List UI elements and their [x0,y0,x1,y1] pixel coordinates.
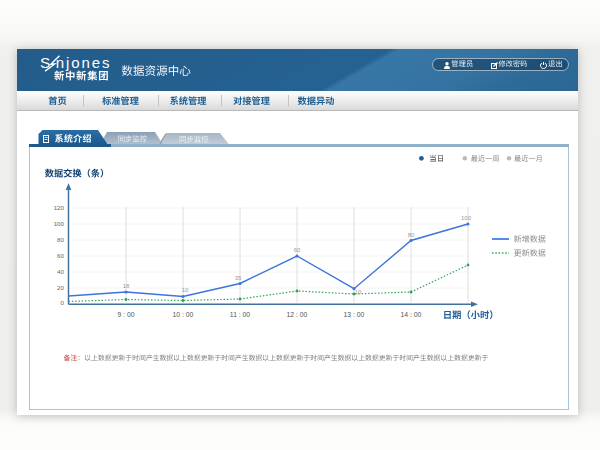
svg-text:18: 18 [123,283,130,289]
svg-text:10: 10 [355,289,362,295]
svg-text:14 : 00: 14 : 00 [401,311,422,318]
svg-text:40: 40 [57,268,64,275]
svg-text:80: 80 [408,232,415,238]
svg-text:60: 60 [294,247,301,253]
svg-text:100: 100 [54,220,65,227]
svg-text:60: 60 [57,252,64,259]
svg-text:10 : 00: 10 : 00 [173,311,194,318]
svg-text:9 : 00: 9 : 00 [117,311,134,318]
svg-text:10: 10 [182,287,189,293]
svg-text:20: 20 [57,284,64,291]
svg-text:11 : 00: 11 : 00 [230,311,251,318]
svg-text:0: 0 [61,299,65,306]
svg-text:12 : 00: 12 : 00 [287,311,308,318]
svg-text:80: 80 [57,236,64,243]
svg-text:13 : 00: 13 : 00 [344,311,365,318]
svg-text:35: 35 [235,275,242,281]
svg-text:100: 100 [461,215,472,221]
svg-text:120: 120 [54,204,65,211]
